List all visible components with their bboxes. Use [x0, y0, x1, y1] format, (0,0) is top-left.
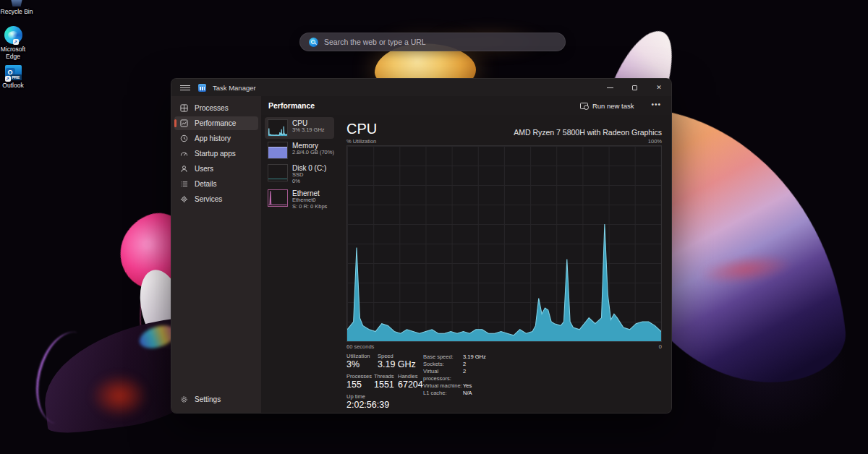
disk-mini-chart: [268, 164, 288, 181]
sidebar-item-label: App history: [195, 134, 231, 142]
perf-item-value2: S: 0 R: 0 Kbps: [292, 204, 327, 210]
stat-value-speed: 3.19 GHz: [378, 359, 416, 370]
sidebar-item-users[interactable]: Users: [174, 162, 258, 176]
sidebar-item-label: Performance: [195, 119, 236, 127]
sidebar-item-label: Processes: [195, 104, 229, 112]
services-icon: [180, 195, 188, 203]
close-button[interactable]: ✕: [647, 79, 671, 96]
sidebar: Processes Performance App history Startu…: [171, 96, 261, 413]
shortcut-arrow-icon: ↗: [13, 39, 19, 45]
desktop-icon-edge[interactable]: ↗ Microsoft Edge: [0, 26, 33, 60]
perf-item-ethernet[interactable]: Ethernet Ethernet0 S: 0 R: 0 Kbps: [265, 187, 334, 212]
cpu-title: CPU: [346, 121, 377, 137]
performance-metric-list: CPU 3% 3.19 GHz Memory 2.8/4.0 GB (70%): [261, 115, 338, 413]
app-history-icon: [180, 134, 188, 142]
stat-label: Processes: [346, 373, 374, 380]
page-title: Performance: [268, 101, 315, 110]
perf-item-value: 3% 3.19 GHz: [292, 127, 325, 134]
x-axis-left: 60 seconds: [346, 343, 374, 350]
detail-value-base-speed: 3.19 GHz: [463, 354, 486, 361]
perf-item-value2: 0%: [292, 179, 326, 185]
recycle-bin-label: Recycle Bin: [0, 8, 37, 15]
edge-label-1: Microsoft: [1, 46, 25, 53]
detail-label: Sockets:: [423, 361, 463, 368]
perf-item-memory[interactable]: Memory 2.8/4.0 GB (70%): [265, 140, 334, 161]
maximize-button[interactable]: [622, 79, 647, 96]
stat-value-utilization: 3%: [346, 359, 378, 370]
task-manager-app-icon: [198, 84, 206, 92]
sidebar-item-services[interactable]: Services: [174, 192, 258, 206]
uptime-value: 2:02:56:39: [346, 400, 662, 411]
title-bar[interactable]: Task Manager ✕: [171, 79, 671, 96]
sidebar-item-label: Details: [195, 180, 217, 188]
settings-label: Settings: [195, 395, 221, 403]
processes-icon: [180, 104, 188, 112]
detail-value-virtual-processors: 2: [463, 368, 466, 382]
new-task-icon: [580, 103, 588, 109]
sidebar-item-details[interactable]: Details: [174, 177, 258, 191]
sidebar-item-startup-apps[interactable]: Startup apps: [174, 147, 258, 160]
stat-label: Speed: [378, 353, 416, 359]
edge-icon: ↗: [4, 26, 22, 44]
detail-label: Virtual machine:: [423, 382, 463, 390]
stat-label: Utilization: [346, 353, 378, 359]
sidebar-item-processes[interactable]: Processes: [174, 101, 258, 115]
cpu-stats: Utilization 3% Speed 3.19 GHz Processes: [346, 353, 662, 413]
window-title: Task Manager: [213, 84, 256, 92]
sidebar-item-app-history[interactable]: App history: [174, 132, 258, 145]
sidebar-item-label: Services: [195, 195, 222, 203]
cpu-detail-pane: CPU AMD Ryzen 7 5800H with Radeon Graphi…: [338, 115, 671, 413]
detail-label: Base speed:: [423, 354, 463, 361]
more-options-button[interactable]: •••: [648, 100, 664, 111]
perf-item-value: 2.8/4.0 GB (70%): [292, 150, 331, 156]
edge-label-2: Edge: [6, 53, 20, 60]
performance-icon: [180, 119, 188, 127]
detail-value-virtual-machine: Yes: [463, 382, 472, 390]
details-icon: [180, 180, 188, 188]
minimize-button[interactable]: [597, 79, 622, 96]
memory-mini-chart: [268, 142, 288, 159]
sidebar-item-label: Users: [195, 165, 213, 173]
search-input[interactable]: Search the web or type a URL: [324, 38, 426, 46]
hamburger-menu-icon[interactable]: [179, 82, 192, 93]
stat-label: Threads: [374, 373, 398, 380]
outlook-icon: O PRE ↗: [5, 65, 22, 80]
desktop-icon-recycle-bin[interactable]: Recycle Bin: [0, 0, 37, 15]
detail-label: Virtual processors:: [423, 368, 463, 382]
stat-label: Handles: [398, 373, 423, 380]
stat-value-threads: 1551: [374, 380, 398, 390]
gear-icon: [180, 395, 188, 403]
startup-apps-icon: [180, 150, 188, 158]
stat-value-processes: 155: [346, 380, 374, 390]
outlook-pre-badge: PRE: [10, 74, 21, 80]
users-icon: [180, 165, 188, 173]
recycle-bin-icon: [9, 0, 24, 7]
detail-label: L1 cache:: [423, 390, 463, 397]
stat-value-handles: 67204: [398, 380, 423, 390]
y-axis-max: 100%: [648, 138, 662, 145]
ethernet-mini-chart: [268, 189, 288, 207]
cpu-utilization-chart[interactable]: [346, 145, 662, 342]
sidebar-item-performance[interactable]: Performance: [174, 116, 258, 130]
y-axis-label: % Utilization: [346, 138, 376, 145]
outlook-label: Outlook: [0, 82, 33, 89]
perf-item-disk[interactable]: Disk 0 (C:) SSD 0%: [265, 162, 334, 187]
task-manager-window: Task Manager ✕ Processes Performance App…: [171, 78, 672, 414]
desktop-search-bar[interactable]: Search the web or type a URL: [299, 33, 566, 51]
page-header: Performance Run new task •••: [261, 96, 671, 115]
cpu-chip-name: AMD Ryzen 7 5800H with Radeon Graphics: [514, 128, 662, 137]
run-new-task-button[interactable]: Run new task: [576, 100, 639, 112]
perf-item-cpu[interactable]: CPU 3% 3.19 GHz: [265, 117, 334, 139]
cpu-spec-details: Base speed:3.19 GHz Sockets:2 Virtual pr…: [423, 354, 486, 397]
uptime-label: Up time: [346, 393, 662, 400]
detail-value-l1-cache: N/A: [463, 390, 472, 397]
run-new-task-label: Run new task: [592, 102, 634, 110]
edge-icon-swirl: [8, 31, 19, 39]
detail-value-sockets: 2: [463, 361, 466, 368]
sidebar-item-settings[interactable]: Settings: [174, 393, 258, 406]
desktop-icon-outlook[interactable]: O PRE ↗ Outlook: [0, 65, 33, 89]
cpu-mini-chart: [268, 119, 288, 137]
sidebar-item-label: Startup apps: [195, 150, 236, 158]
search-icon: [309, 38, 318, 47]
x-axis-right: 0: [659, 343, 662, 350]
